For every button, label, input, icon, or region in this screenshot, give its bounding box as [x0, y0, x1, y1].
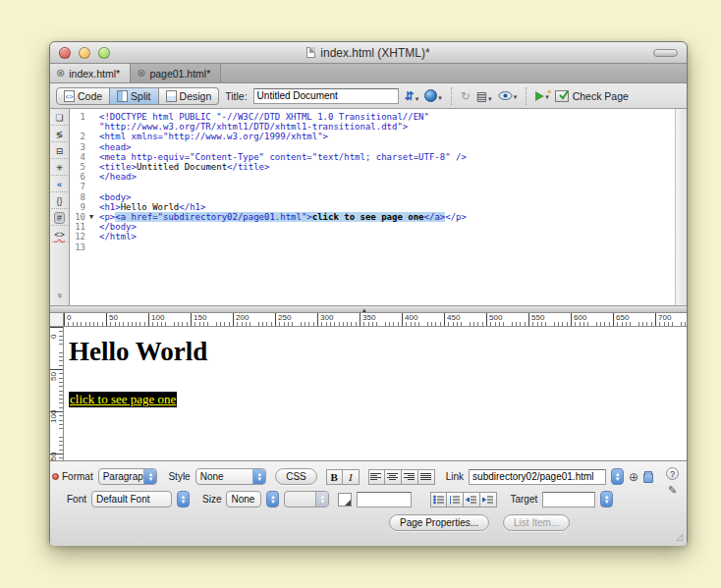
text-color-input[interactable] [357, 492, 412, 508]
link-input[interactable] [469, 469, 606, 485]
align-justify-button[interactable] [418, 469, 435, 485]
highlight-invalid-code-icon[interactable]: <> [51, 228, 69, 242]
font-stepper[interactable]: ▲▼ [177, 491, 190, 508]
target-input[interactable] [542, 492, 595, 508]
design-heading[interactable]: Hello World [69, 337, 687, 367]
unordered-list-button[interactable] [430, 492, 447, 508]
design-canvas[interactable]: Hello World click to see page one [64, 327, 687, 460]
titlebar[interactable]: index.html (XHTML)* [50, 42, 687, 64]
code-view-button[interactable]: <> Code [56, 87, 110, 105]
code-text: "http://www.w3.org/TR/xhtml1/DTD/xhtml1-… [97, 122, 408, 132]
h-ruler: 0501001502002503003504004505005506006507… [64, 313, 687, 327]
collapse-selection-icon[interactable]: ⊟ [51, 144, 69, 159]
format-select[interactable]: Paragraph ▲▼ [98, 468, 158, 485]
ordered-list-button[interactable] [447, 492, 464, 508]
align-center-button[interactable] [385, 469, 402, 485]
bold-button[interactable]: B [326, 469, 343, 485]
code-line[interactable]: 3<head> [70, 142, 675, 152]
code-line[interactable]: 12</html> [70, 232, 675, 241]
outdent-button[interactable] [464, 492, 480, 508]
line-numbers-icon[interactable]: # [51, 211, 69, 226]
code-line[interactable]: 10▼<p><a href="subdirectory02/page01.htm… [70, 212, 675, 222]
refresh-button[interactable]: ↻ [461, 89, 471, 103]
h-ruler-tick: 400 [402, 313, 444, 326]
code-line[interactable]: "http://www.w3.org/TR/xhtml1/DTD/xhtml1-… [70, 122, 675, 132]
gutter-space [85, 222, 97, 232]
collapse-full-tag-icon[interactable]: ≶ [51, 128, 69, 142]
code-line[interactable]: 4<meta http-equiv="Content-Type" content… [70, 152, 675, 162]
target-stepper[interactable]: ▲▼ [600, 491, 613, 508]
code-line[interactable]: 1<!DOCTYPE html PUBLIC "-//W3C//DTD XHTM… [70, 112, 675, 122]
tab-index-html[interactable]: ⊗ index.html* [50, 64, 131, 82]
align-right-button[interactable] [402, 469, 418, 485]
format-value: Paragraph [99, 471, 144, 482]
tab-page01-html[interactable]: ⊗ page01.html* [131, 64, 221, 82]
indent-button[interactable] [480, 492, 497, 508]
style-label: Style [168, 471, 190, 482]
open-documents-icon[interactable]: ❏ [51, 111, 69, 126]
expand-all-icon[interactable]: ✳ [51, 161, 69, 176]
document-toolbar: <> Code Split Design Title: ⇵ ▾ ▾ ↻ [50, 83, 687, 109]
more-options-icon[interactable]: » [51, 289, 69, 303]
code-line[interactable]: 11</body> [70, 222, 675, 232]
quick-tag-editor-icon[interactable]: ✎ [668, 484, 677, 497]
code-line[interactable]: 2<html xmlns="http://www.w3.org/1999/xht… [70, 132, 675, 141]
gutter-space [85, 202, 97, 212]
size-stepper[interactable]: ▲▼ [266, 491, 279, 508]
close-tab-icon[interactable]: ⊗ [137, 68, 145, 79]
view-options-button[interactable]: ▤ ▾ [476, 89, 492, 103]
split-view-label: Split [131, 90, 150, 102]
stepper-icon: ▲▼ [315, 492, 328, 507]
design-view-button[interactable]: Design [159, 87, 220, 105]
check-page-button[interactable]: Check Page [555, 90, 629, 102]
code-line[interactable]: 7 [70, 182, 675, 191]
toolbar-separator [451, 87, 452, 105]
panel-indicator-dot[interactable] [52, 473, 59, 480]
code-line[interactable]: 13 [70, 242, 675, 252]
close-tab-icon[interactable]: ⊗ [56, 68, 65, 79]
browse-folder-icon[interactable] [643, 473, 653, 483]
document-title-input[interactable] [253, 88, 399, 104]
select-parent-tag-icon[interactable]: « [51, 178, 69, 192]
line-number: 11 [70, 222, 85, 232]
resize-grip-icon[interactable]: ◿ [676, 533, 683, 542]
code-line[interactable]: 9<h1>Hello World</h1> [70, 202, 675, 212]
design-view-icon [166, 90, 177, 102]
code-navigator-button[interactable]: ✦ ▾ [535, 91, 549, 101]
code-line[interactable]: 6</head> [70, 172, 675, 182]
point-to-file-icon[interactable]: ⊕ [629, 471, 638, 483]
collapse-marker-icon[interactable]: ▼ [85, 212, 97, 222]
code-text: <title>Untitled Document</title> [97, 162, 269, 172]
style-select[interactable]: None ▲▼ [195, 468, 267, 485]
help-icon[interactable]: ? [666, 467, 679, 480]
page-properties-button[interactable]: Page Properties... [389, 514, 489, 531]
code-lines[interactable]: 1<!DOCTYPE html PUBLIC "-//W3C//DTD XHTM… [70, 109, 675, 305]
file-management-button[interactable]: ⇵ ▾ [405, 89, 419, 103]
split-view-button[interactable]: Split [110, 87, 158, 105]
code-view-icon: <> [64, 90, 75, 102]
css-button[interactable]: CSS [275, 468, 317, 485]
design-selected-link[interactable]: click to see page one [69, 392, 177, 407]
h-ruler-tick: 150 [191, 313, 233, 326]
splitter-handle-icon[interactable]: ▴ [362, 306, 366, 313]
link-history-stepper[interactable]: ▲▼ [611, 468, 624, 485]
toolbar-toggle-button[interactable] [653, 49, 678, 57]
align-left-button[interactable] [368, 469, 385, 485]
size-select[interactable]: None [226, 491, 261, 508]
balance-braces-icon[interactable]: {} [51, 194, 69, 209]
split-view-divider[interactable]: ▴ [50, 305, 687, 313]
code-line[interactable]: 5<title>Untitled Document</title> [70, 162, 675, 172]
font-select[interactable]: Default Font [91, 491, 172, 508]
visual-aids-button[interactable]: ▾ [498, 90, 518, 101]
preview-in-browser-button[interactable]: ▾ [424, 89, 442, 102]
italic-button[interactable]: I [343, 469, 360, 485]
code-line[interactable]: 8<body> [70, 192, 675, 202]
align-right-icon [404, 472, 416, 481]
line-number: 7 [70, 182, 85, 191]
code-scrollbar[interactable] [675, 109, 687, 305]
code-pane: ❏≶⊟✳«{}#<>» 1<!DOCTYPE html PUBLIC "-//W… [50, 109, 687, 305]
format-label: Format [62, 471, 93, 482]
target-label: Target [510, 494, 537, 505]
gutter-space [85, 132, 97, 141]
text-color-swatch[interactable] [338, 493, 352, 507]
